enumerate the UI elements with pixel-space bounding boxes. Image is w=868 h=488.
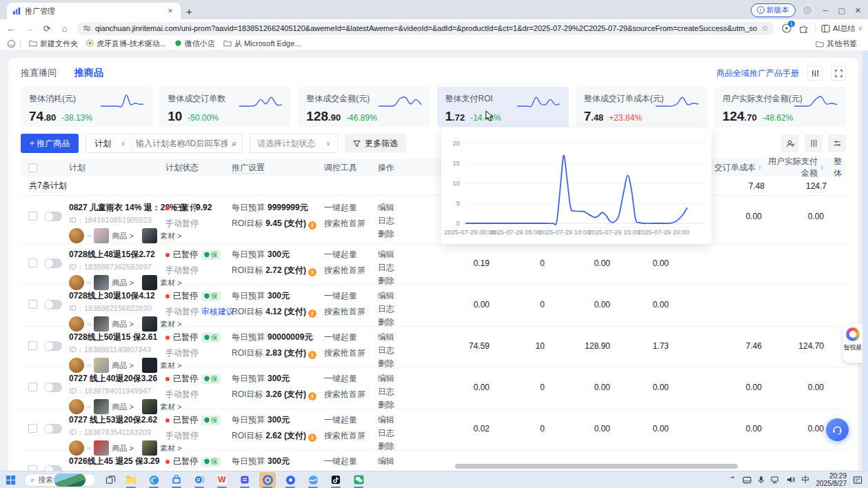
taskbar-search-box[interactable]: ⌕ 搜索 xyxy=(24,474,96,487)
material-thumbnail[interactable] xyxy=(142,228,157,243)
op-link[interactable]: 日志 xyxy=(378,386,408,398)
op-link[interactable]: 日志 xyxy=(378,303,408,315)
plan-toggle-off[interactable] xyxy=(44,341,62,351)
tool-link[interactable]: 一键起量 xyxy=(324,414,378,426)
col-tools[interactable]: 调控工具 xyxy=(324,162,378,174)
col-ops[interactable]: 操作 xyxy=(378,162,408,174)
bookmark-item[interactable]: 虎牙直播-技术驱动... xyxy=(82,39,170,49)
table-row[interactable]: 0727 线上53退20保2.62ID：1838783541163209∞商品 … xyxy=(21,409,846,451)
volume-icon[interactable] xyxy=(787,476,796,484)
op-link[interactable]: 编辑 xyxy=(378,202,408,214)
custom-audience-icon[interactable] xyxy=(781,134,799,152)
extension-icon[interactable] xyxy=(798,23,809,34)
start-button-icon[interactable] xyxy=(6,475,16,485)
tab-product[interactable]: 推商品 xyxy=(74,67,103,79)
ime-indicator[interactable]: 中 xyxy=(802,474,810,486)
edge-browser-icon[interactable] xyxy=(145,472,162,488)
ai-summary-button[interactable]: AI总结 ∨ xyxy=(815,23,862,34)
outlook-icon[interactable] xyxy=(191,472,208,488)
op-link[interactable]: 编辑 xyxy=(378,414,408,426)
microphone-icon[interactable] xyxy=(758,476,765,484)
op-link[interactable]: 日志 xyxy=(378,345,408,356)
scrollbar-thumb[interactable] xyxy=(455,464,738,469)
op-link[interactable]: 删除 xyxy=(378,358,408,369)
kpi-card-2[interactable]: 整体成交金额(元)128.90-46.89% xyxy=(298,87,430,127)
material-thumbnail[interactable] xyxy=(142,275,157,290)
side-panel-icon[interactable] xyxy=(7,39,16,48)
product-link[interactable]: 商品 > xyxy=(112,231,133,241)
product-thumbnail[interactable] xyxy=(94,316,109,332)
file-explorer-icon[interactable] xyxy=(123,472,139,488)
assistant-widget[interactable]: 智投星 xyxy=(843,324,862,363)
promote-product-button[interactable]: + 推广商品 xyxy=(21,134,79,153)
row-checkbox[interactable] xyxy=(28,258,37,267)
product-thumbnail[interactable] xyxy=(94,228,109,243)
col-plan[interactable]: 计划 xyxy=(69,162,165,174)
new-version-badge[interactable]: !新版本 xyxy=(751,3,796,17)
op-link[interactable]: 日志 xyxy=(378,427,408,439)
promotion-manual-link[interactable]: 商品全域推广产品手册 xyxy=(716,68,799,79)
fullscreen-icon[interactable] xyxy=(831,65,846,81)
row-checkbox[interactable] xyxy=(28,341,37,350)
back-icon[interactable]: ← xyxy=(6,23,17,34)
table-row[interactable]: 0727 线上40退20保3.26ID：1838784011949947∞商品 … xyxy=(21,368,846,409)
tool-link[interactable]: 一键起量 xyxy=(324,332,378,343)
browser-tab[interactable]: 推广管理 × xyxy=(7,3,181,19)
notification-center-icon[interactable] xyxy=(853,476,862,485)
horizontal-scrollbar[interactable] xyxy=(447,464,858,469)
op-link[interactable]: 删除 xyxy=(378,316,408,328)
plan-type-select[interactable]: 计划∨ xyxy=(86,134,132,152)
plan-toggle-off[interactable] xyxy=(44,383,62,392)
wps-icon[interactable]: W xyxy=(214,472,230,488)
url-bar[interactable]: qianchuan.jinritemai.com/uni-prom?aavid=… xyxy=(77,22,774,35)
row-checkbox[interactable] xyxy=(28,424,37,433)
table-row[interactable]: 0728线上50退15 保2.61ID：1838881140807843∞商品 … xyxy=(21,327,846,368)
tab-live-room[interactable]: 推直播间 xyxy=(21,67,57,79)
tab-close-icon[interactable]: × xyxy=(165,6,175,16)
product-thumbnail[interactable] xyxy=(94,275,109,290)
col-status[interactable]: 计划状态 xyxy=(165,162,232,174)
product-link[interactable]: 商品 > xyxy=(112,443,133,454)
window-close-icon[interactable]: ✕ xyxy=(855,6,861,15)
tool-link[interactable]: 一键起量 xyxy=(324,290,378,302)
plan-toggle-off[interactable] xyxy=(44,212,62,221)
task-view-icon[interactable] xyxy=(105,475,116,485)
window-minimize-icon[interactable]: ─ xyxy=(823,6,829,15)
meeting-app-icon[interactable] xyxy=(282,472,299,488)
custom-columns-icon[interactable] xyxy=(805,134,822,152)
product-link[interactable]: 商品 > xyxy=(112,278,133,288)
network-icon[interactable] xyxy=(771,476,780,484)
tool-link[interactable]: 搜索抢首屏 xyxy=(324,430,378,442)
table-row[interactable]: 0728线上30退10保4.12ID：1838882156822820∞商品 >… xyxy=(21,285,846,327)
tool-link[interactable]: 搜索抢首屏 xyxy=(324,218,378,230)
op-link[interactable]: 日志 xyxy=(378,215,408,227)
active-browser-icon[interactable] xyxy=(259,472,276,488)
op-link[interactable]: 删除 xyxy=(378,440,408,452)
plan-search-input[interactable] xyxy=(132,139,232,148)
product-link[interactable]: 商品 > xyxy=(112,360,133,371)
board-settings-icon[interactable] xyxy=(807,65,822,81)
material-thumbnail[interactable] xyxy=(142,316,157,332)
tool-link[interactable]: 搜索抢首屏 xyxy=(324,347,378,359)
tool-link[interactable]: 一键起量 xyxy=(324,249,378,261)
tool-link[interactable]: 搜索抢首屏 xyxy=(324,306,378,318)
page-scrollbar[interactable] xyxy=(862,51,868,471)
table-row[interactable]: 0728线上48退15保2.72ID：1838887362583897∞商品 >… xyxy=(21,244,846,285)
tool-link[interactable]: 一键起量 xyxy=(324,456,378,467)
material-thumbnail[interactable] xyxy=(142,440,157,456)
plan-toggle-off[interactable] xyxy=(44,258,62,268)
tool-link[interactable]: 一键起量 xyxy=(324,202,378,214)
browser2-icon[interactable] xyxy=(305,472,321,488)
col-overall-partial[interactable]: 整体 xyxy=(824,156,846,179)
site-settings-icon[interactable] xyxy=(83,24,91,32)
review-suggestion-link[interactable]: 审核建议 xyxy=(201,307,234,316)
taskbar-clock[interactable]: 20:29 2025/8/27 xyxy=(816,472,847,487)
docs-app-icon[interactable] xyxy=(236,472,253,488)
kpi-card-0[interactable]: 整体消耗(元)74.80-38.13% xyxy=(21,87,152,127)
reload-icon[interactable]: ⟳ xyxy=(41,23,52,34)
bookmark-item[interactable]: 新建文件夹 xyxy=(25,39,82,49)
row-checkbox[interactable] xyxy=(28,383,37,392)
table-settings-icon[interactable] xyxy=(828,134,846,152)
op-link[interactable]: 日志 xyxy=(378,262,408,274)
table-row[interactable]: 0827 儿童雨衣 14% 退：20% 保：9.92ID：18416108519… xyxy=(21,196,846,244)
